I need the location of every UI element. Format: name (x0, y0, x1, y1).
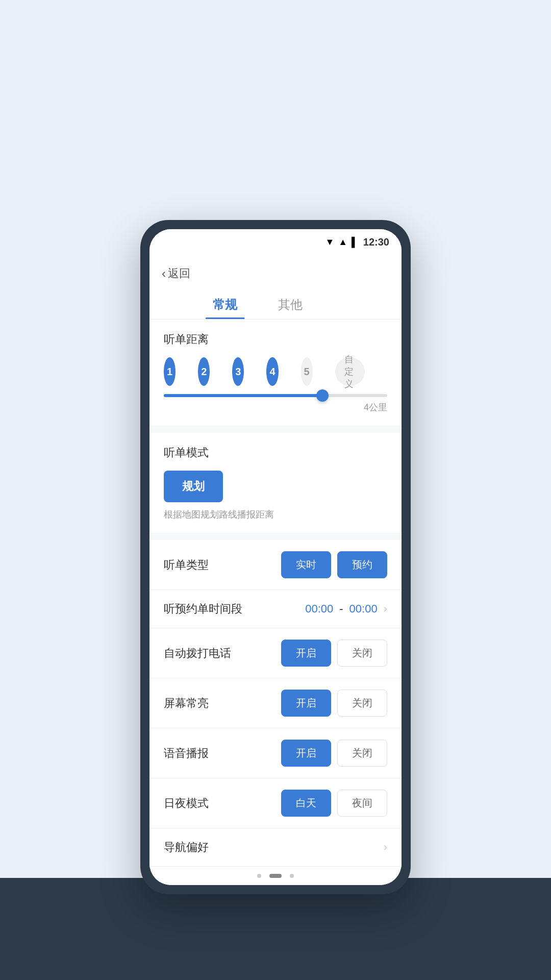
auto-call-off[interactable]: 关闭 (337, 640, 387, 667)
auto-call-on[interactable]: 开启 (281, 640, 331, 667)
voice-off-btn[interactable]: 关闭 (337, 740, 387, 767)
distance-title: 听单距离 (164, 332, 387, 347)
auto-call-buttons: 开启 关闭 (281, 640, 387, 667)
screen-on-buttons: 开启 关闭 (281, 690, 387, 717)
nav-top: ‹ 返回 (162, 255, 389, 285)
tabs-row: 常规 其他 (162, 290, 389, 319)
day-night-row: 日夜模式 白天 夜间 (149, 778, 402, 828)
phone-mockup: ▼ ▲ ▌ 12:30 ‹ 返回 常规 (140, 220, 411, 894)
nav-pref-row[interactable]: 导航偏好 › (149, 828, 402, 867)
screen-on-row: 屏幕常亮 开启 关闭 (149, 678, 402, 728)
wifi-icon: ▲ (338, 237, 347, 248)
mode-title: 听单模式 (164, 445, 387, 460)
slider-thumb[interactable] (316, 389, 329, 402)
nav-dot-2 (269, 874, 282, 878)
time-value[interactable]: 00:00 - 00:00 › (305, 602, 387, 616)
order-type-label: 听单类型 (164, 557, 209, 573)
status-bar: ▼ ▲ ▌ 12:30 (149, 229, 402, 255)
chevron-right-icon: › (384, 602, 387, 616)
back-arrow-icon: ‹ (162, 266, 166, 281)
distance-slider[interactable] (164, 394, 387, 397)
battery-icon: ▌ (352, 237, 358, 248)
time-start: 00:00 (305, 602, 333, 616)
auto-call-row: 自动拨打电话 开启 关闭 (149, 628, 402, 678)
voice-announce-row: 语音播报 开启 关闭 (149, 728, 402, 778)
tab-other[interactable]: 其他 (258, 290, 323, 319)
day-btn[interactable]: 白天 (281, 790, 331, 817)
content-area: 听单距离 1 2 3 4 5 自定义 (149, 320, 402, 867)
auto-call-label: 自动拨打电话 (164, 646, 231, 661)
nav-pref-chevron: › (384, 841, 387, 854)
dist-btn-4[interactable]: 4 (266, 357, 278, 386)
dist-btn-3[interactable]: 3 (232, 357, 244, 386)
dist-btn-5[interactable]: 5 (301, 357, 313, 386)
slider-label: 4公里 (164, 401, 387, 413)
voice-on-btn[interactable]: 开启 (281, 740, 331, 767)
back-button[interactable]: ‹ 返回 (162, 262, 190, 285)
nav-dot-1 (257, 874, 261, 878)
order-type-row: 听单类型 实时 预约 (149, 540, 402, 590)
status-icons: ▼ ▲ ▌ (325, 237, 358, 248)
day-night-label: 日夜模式 (164, 796, 209, 811)
time-end: 00:00 (349, 602, 378, 616)
tab-regular[interactable]: 常规 (192, 290, 258, 319)
time-range-label: 听预约单时间段 (164, 601, 242, 617)
order-type-buttons: 实时 预约 (281, 551, 387, 578)
reservation-button[interactable]: 预约 (337, 551, 387, 578)
mode-description: 根据地图规划路线播报距离 (164, 508, 387, 521)
slider-fill (164, 394, 324, 397)
status-time: 12:30 (363, 236, 389, 248)
voice-announce-buttons: 开启 关闭 (281, 740, 387, 767)
nav-bar: ‹ 返回 常规 其他 (149, 255, 402, 320)
voice-announce-label: 语音播报 (164, 746, 209, 761)
nav-dot-3 (290, 874, 294, 878)
signal-icon: ▼ (325, 237, 334, 248)
realtime-button[interactable]: 实时 (281, 551, 331, 578)
dist-btn-1[interactable]: 1 (164, 357, 176, 386)
time-range-row[interactable]: 听预约单时间段 00:00 - 00:00 › (149, 590, 402, 628)
day-night-buttons: 白天 夜间 (281, 790, 387, 817)
dist-btn-custom[interactable]: 自定义 (335, 357, 365, 386)
screen-off-btn[interactable]: 关闭 (337, 690, 387, 717)
phone-screen: ▼ ▲ ▌ 12:30 ‹ 返回 常规 (149, 229, 402, 885)
screen-on-btn[interactable]: 开启 (281, 690, 331, 717)
slider-track (164, 394, 387, 397)
distance-section: 听单距离 1 2 3 4 5 自定义 (149, 320, 402, 426)
screen-on-label: 屏幕常亮 (164, 696, 209, 711)
nav-pref-label: 导航偏好 (164, 840, 209, 855)
back-label: 返回 (168, 266, 190, 281)
night-btn[interactable]: 夜间 (337, 790, 387, 817)
time-dash: - (339, 602, 343, 616)
dist-btn-2[interactable]: 2 (198, 357, 210, 386)
nav-dots (149, 867, 402, 885)
distance-options: 1 2 3 4 5 自定义 (164, 357, 387, 386)
mode-section: 听单模式 规划 根据地图规划路线播报距离 (149, 433, 402, 533)
mode-plan-button[interactable]: 规划 (164, 471, 223, 502)
